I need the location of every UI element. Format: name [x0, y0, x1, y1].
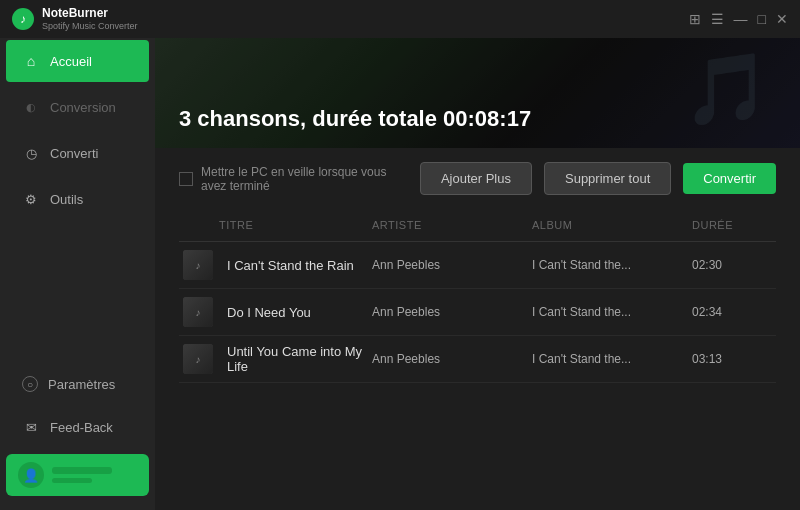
sidebar-label-parametres: Paramètres	[48, 377, 115, 392]
track-title-1: I Can't Stand the Rain	[219, 258, 372, 273]
track-thumbnail-1: ♪	[183, 250, 213, 280]
close-button[interactable]: ✕	[776, 11, 788, 27]
sidebar-label-conversion: Conversion	[50, 100, 116, 115]
sidebar-item-outils[interactable]: ⚙ Outils	[6, 178, 149, 220]
table-row[interactable]: ♪ I Can't Stand the Rain Ann Peebles I C…	[179, 242, 776, 289]
user-section[interactable]: 👤	[6, 454, 149, 496]
track-duration-2: 02:34	[692, 305, 772, 319]
track-duration-1: 02:30	[692, 258, 772, 272]
col-title: TITRE	[219, 219, 372, 231]
track-title-2: Do I Need You	[219, 305, 372, 320]
tracks-table: TITRE ARTISTE ALBUM DURÉE ♪ I Can't Stan…	[155, 209, 800, 510]
settings-icon: ○	[22, 376, 38, 392]
hero-banner: 🎵 3 chansons, durée totale 00:08:17	[155, 38, 800, 148]
track-album-3: I Can't Stand the...	[532, 352, 692, 366]
sidebar-item-converti[interactable]: ◷ Converti	[6, 132, 149, 174]
table-row[interactable]: ♪ Do I Need You Ann Peebles I Can't Stan…	[179, 289, 776, 336]
sidebar-label-feedback: Feed-Back	[50, 420, 113, 435]
app-logo: ♪	[12, 8, 34, 30]
user-info	[52, 467, 137, 483]
home-icon: ⌂	[22, 52, 40, 70]
track-thumbnail-3: ♪	[183, 344, 213, 374]
sidebar-item-accueil[interactable]: ⌂ Accueil	[6, 40, 149, 82]
maximize-button[interactable]: □	[758, 11, 766, 27]
user-avatar: 👤	[18, 462, 44, 488]
hero-decoration: 🎵	[683, 48, 770, 130]
sleep-option: Mettre le PC en veille lorsque vous avez…	[179, 165, 408, 193]
sidebar-item-conversion[interactable]: ◐ Conversion	[6, 86, 149, 128]
logo-icon: ♪	[20, 12, 26, 26]
track-title-3: Until You Came into My Life	[219, 344, 372, 374]
sidebar-label-converti: Converti	[50, 146, 98, 161]
sidebar-label-outils: Outils	[50, 192, 83, 207]
col-artist: ARTISTE	[372, 219, 532, 231]
thumb-icon-2: ♪	[196, 307, 201, 318]
controls-bar: Mettre le PC en veille lorsque vous avez…	[155, 148, 800, 209]
track-album-2: I Can't Stand the...	[532, 305, 692, 319]
app-subtitle: Spotify Music Converter	[42, 21, 138, 32]
add-more-button[interactable]: Ajouter Plus	[420, 162, 532, 195]
user-name-placeholder	[52, 467, 112, 474]
thumb-icon-1: ♪	[196, 260, 201, 271]
col-duration: DURÉE	[692, 219, 772, 231]
sidebar-label-accueil: Accueil	[50, 54, 92, 69]
track-album-1: I Can't Stand the...	[532, 258, 692, 272]
convert-button[interactable]: Convertir	[683, 163, 776, 194]
track-duration-3: 03:13	[692, 352, 772, 366]
thumb-icon-3: ♪	[196, 354, 201, 365]
menu-icon[interactable]: ☰	[711, 11, 724, 27]
user-avatar-icon: 👤	[23, 468, 39, 483]
track-thumbnail-2: ♪	[183, 297, 213, 327]
title-bar: ♪ NoteBurner Spotify Music Converter ⊞ ☰…	[0, 0, 800, 38]
hero-title: 3 chansons, durée totale 00:08:17	[179, 106, 531, 132]
grid-view-icon[interactable]: ⊞	[689, 11, 701, 27]
sleep-label: Mettre le PC en veille lorsque vous avez…	[201, 165, 408, 193]
conversion-icon: ◐	[22, 98, 40, 116]
tools-icon: ⚙	[22, 190, 40, 208]
track-artist-3: Ann Peebles	[372, 352, 532, 366]
sidebar-item-parametres[interactable]: ○ Paramètres	[6, 364, 149, 404]
window-controls[interactable]: ⊞ ☰ — □ ✕	[689, 11, 788, 27]
app-branding: ♪ NoteBurner Spotify Music Converter	[12, 6, 138, 31]
app-name: NoteBurner	[42, 6, 138, 20]
table-row[interactable]: ♪ Until You Came into My Life Ann Peeble…	[179, 336, 776, 383]
col-album: ALBUM	[532, 219, 692, 231]
mail-icon: ✉	[22, 418, 40, 436]
main-content: 🎵 3 chansons, durée totale 00:08:17 Mett…	[155, 38, 800, 510]
delete-all-button[interactable]: Supprimer tout	[544, 162, 671, 195]
table-header: TITRE ARTISTE ALBUM DURÉE	[179, 209, 776, 242]
track-artist-1: Ann Peebles	[372, 258, 532, 272]
user-sub-placeholder	[52, 478, 92, 483]
sidebar-bottom: ○ Paramètres ✉ Feed-Back 👤	[0, 362, 155, 510]
app-title-group: NoteBurner Spotify Music Converter	[42, 6, 138, 31]
converti-icon: ◷	[22, 144, 40, 162]
sidebar-item-feedback[interactable]: ✉ Feed-Back	[6, 406, 149, 448]
sleep-checkbox[interactable]	[179, 172, 193, 186]
track-artist-2: Ann Peebles	[372, 305, 532, 319]
minimize-button[interactable]: —	[734, 11, 748, 27]
app-body: ⌂ Accueil ◐ Conversion ◷ Converti ⚙ Outi…	[0, 38, 800, 510]
sidebar: ⌂ Accueil ◐ Conversion ◷ Converti ⚙ Outi…	[0, 38, 155, 510]
